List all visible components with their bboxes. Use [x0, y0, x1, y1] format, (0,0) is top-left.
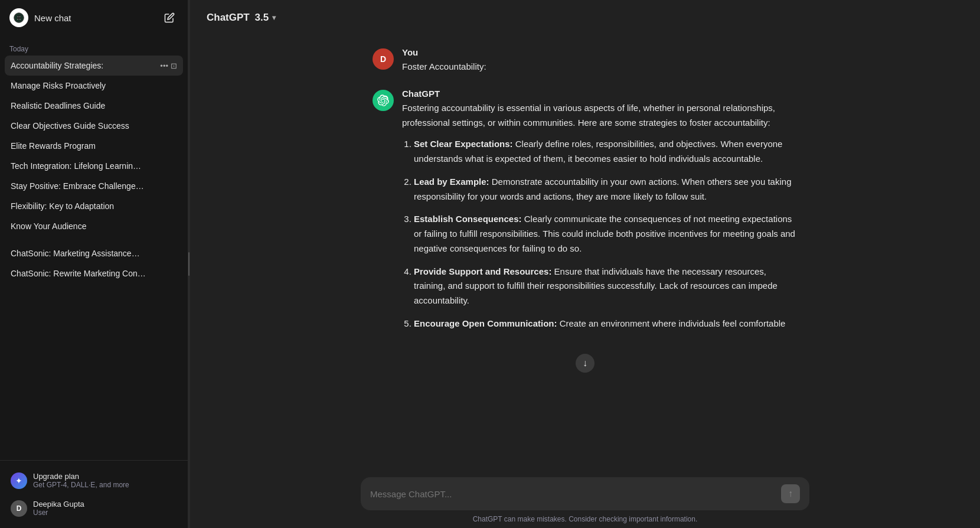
gpt-message-text: Fostering accountability is essential in… — [402, 101, 798, 331]
message-input[interactable] — [370, 489, 775, 499]
chat-item-text: Realistic Deadlines Guide — [11, 101, 177, 110]
upgrade-icon: ✦ — [11, 472, 27, 489]
model-name-text: ChatGPT — [207, 12, 250, 23]
list-item[interactable]: Flexibility: Key to Adaptation — [5, 196, 183, 216]
more-options-icon[interactable]: ••• — [160, 61, 168, 70]
list-item[interactable]: Manage Risks Proactively — [5, 76, 183, 96]
list-item[interactable]: Elite Rewards Program — [5, 136, 183, 156]
scroll-down-button[interactable]: ↓ — [576, 354, 594, 373]
list-item: Lead by Example: Demonstrate accountabil… — [414, 175, 798, 204]
sidebar: New chat Today Accountability Strategies… — [0, 0, 188, 528]
disclaimer-text: ChatGPT can make mistakes. Consider chec… — [473, 515, 698, 523]
user-name: Deepika Gupta — [33, 500, 84, 509]
chat-item-text: ChatSonic: Marketing Assistance… — [11, 249, 177, 258]
list-item: Establish Consequences: Clearly communic… — [414, 212, 798, 256]
sidebar-content: Today Accountability Strategies: ••• ⊡ M… — [0, 35, 188, 460]
archive-icon[interactable]: ⊡ — [171, 61, 177, 70]
chat-item-text: Manage Risks Proactively — [11, 81, 177, 90]
list-item[interactable]: Realistic Deadlines Guide — [5, 96, 183, 116]
today-label: Today — [5, 40, 183, 56]
list-item[interactable]: ChatSonic: Marketing Assistance… — [5, 243, 183, 263]
logo-icon — [9, 8, 28, 27]
model-selector-button[interactable]: ChatGPT 3.5 ▾ — [202, 9, 280, 26]
item-1-bold: Set Clear Expectations: — [414, 139, 513, 149]
list-item[interactable]: ChatSonic: Rewrite Marketing Con… — [5, 263, 183, 283]
list-item[interactable]: Stay Positive: Embrace Challenge… — [5, 176, 183, 196]
user-avatar: D — [373, 48, 394, 70]
sidebar-logo-area[interactable]: New chat — [9, 8, 71, 27]
item-4-bold: Provide Support and Resources: — [414, 266, 551, 276]
input-area: ↑ ChatGPT can make mistakes. Consider ch… — [190, 470, 980, 528]
gpt-message-content: ChatGPT Fostering accountability is esse… — [402, 89, 798, 340]
chat-item-text: Stay Positive: Embrace Challenge… — [11, 181, 177, 191]
active-chat-actions: ••• ⊡ — [160, 61, 177, 70]
user-message-text: Foster Accountability: — [402, 60, 798, 74]
chat-item-text: Clear Objectives Guide Success — [11, 121, 177, 131]
active-chat-text: Accountability Strategies: — [11, 61, 156, 70]
svg-rect-1 — [17, 17, 21, 19]
new-chat-label: New chat — [34, 13, 71, 23]
item-5-bold: Encourage Open Communication: — [414, 318, 557, 328]
item-2-bold: Lead by Example: — [414, 177, 489, 187]
gpt-message-row: ChatGPT Fostering accountability is esse… — [373, 89, 798, 340]
main-panel: ChatGPT 3.5 ▾ D You Foster Accountabilit… — [190, 0, 980, 528]
upgrade-title: Upgrade plan — [33, 472, 129, 481]
user-label: User — [33, 509, 84, 517]
active-chat-item[interactable]: Accountability Strategies: ••• ⊡ — [5, 56, 183, 76]
user-message-wrapper: D You Foster Accountability: — [361, 47, 809, 74]
chat-item-text: Tech Integration: Lifelong Learnin… — [11, 161, 177, 171]
scroll-indicator: ↓ — [576, 354, 594, 373]
upgrade-plan-item[interactable]: ✦ Upgrade plan Get GPT-4, DALL·E, and mo… — [5, 467, 183, 494]
gpt-message-wrapper: ChatGPT Fostering accountability is esse… — [361, 89, 809, 340]
chevron-down-icon: ▾ — [272, 14, 276, 22]
input-box: ↑ — [361, 477, 809, 510]
new-chat-button[interactable] — [161, 9, 178, 27]
sidebar-header: New chat — [0, 0, 188, 35]
list-item: Set Clear Expectations: Clearly define r… — [414, 137, 798, 167]
gpt-avatar — [373, 90, 394, 111]
list-item[interactable]: Clear Objectives Guide Success — [5, 116, 183, 136]
chat-item-text: ChatSonic: Rewrite Marketing Con… — [11, 269, 177, 278]
list-item[interactable]: Tech Integration: Lifelong Learnin… — [5, 156, 183, 176]
user-message-row: D You Foster Accountability: — [373, 47, 798, 74]
chat-item-text: Know Your Audience — [11, 221, 177, 231]
send-button[interactable]: ↑ — [781, 484, 800, 503]
list-item: Encourage Open Communication: Create an … — [414, 317, 798, 331]
chat-item-text: Flexibility: Key to Adaptation — [11, 201, 177, 211]
chat-item-text: Elite Rewards Program — [11, 141, 177, 151]
user-message-content: You Foster Accountability: — [402, 47, 798, 74]
gpt-list: Set Clear Expectations: Clearly define r… — [402, 137, 798, 331]
user-avatar-icon: D — [11, 500, 27, 517]
model-version-text: 3.5 — [254, 12, 269, 23]
item-3-bold: Establish Consequences: — [414, 214, 522, 224]
model-name: ChatGPT 3.5 — [207, 12, 269, 24]
gpt-sender-label: ChatGPT — [402, 89, 798, 99]
upgrade-subtitle: Get GPT-4, DALL·E, and more — [33, 481, 129, 489]
user-profile-item[interactable]: D Deepika Gupta User — [5, 494, 183, 522]
main-header: ChatGPT 3.5 ▾ — [190, 0, 980, 35]
gpt-intro-text: Fostering accountability is essential in… — [402, 101, 798, 131]
chat-area: D You Foster Accountability: ChatGPT — [190, 35, 980, 470]
list-item[interactable]: Know Your Audience — [5, 216, 183, 236]
sidebar-resize-divider[interactable] — [188, 0, 190, 528]
user-sender-label: You — [402, 47, 798, 57]
upgrade-text-group: Upgrade plan Get GPT-4, DALL·E, and more — [33, 472, 129, 489]
list-item: Provide Support and Resources: Ensure th… — [414, 265, 798, 308]
sidebar-footer: ✦ Upgrade plan Get GPT-4, DALL·E, and mo… — [0, 460, 188, 528]
user-text-group: Deepika Gupta User — [33, 500, 84, 517]
